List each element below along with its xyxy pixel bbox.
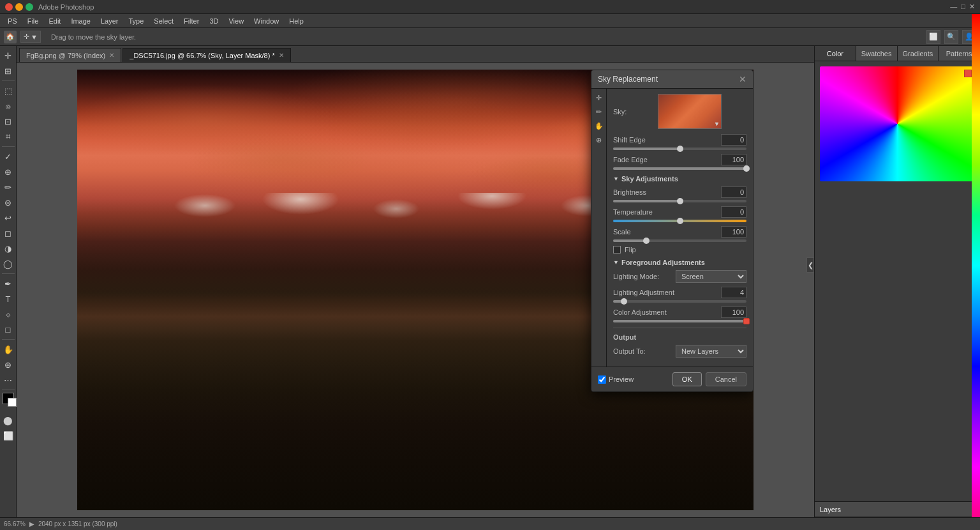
- eyedropper-tool[interactable]: ✓: [1, 149, 15, 163]
- fade-edge-value[interactable]: 100: [721, 154, 746, 165]
- panel-tab-gradients[interactable]: Gradients: [898, 46, 939, 61]
- screen-mode-btn[interactable]: ⬜: [1, 428, 15, 443]
- menu-image[interactable]: Image: [66, 14, 96, 28]
- shift-edge-track[interactable]: [613, 148, 746, 150]
- temperature-thumb[interactable]: [677, 218, 683, 224]
- status-arrow[interactable]: ▶: [29, 520, 34, 527]
- pen-tool[interactable]: ✒: [1, 276, 15, 291]
- shift-edge-thumb[interactable]: [677, 146, 683, 152]
- menu-type[interactable]: Type: [124, 14, 149, 28]
- menu-help[interactable]: Help: [284, 14, 309, 28]
- quick-mask-btn[interactable]: ⬤: [1, 413, 15, 427]
- win-minimize[interactable]: —: [950, 3, 957, 11]
- shift-edge-value[interactable]: 0: [721, 134, 746, 146]
- history-brush-tool[interactable]: ↩: [1, 211, 15, 225]
- dialog-hand-tool[interactable]: ✋: [593, 119, 605, 132]
- close-btn[interactable]: [5, 3, 13, 11]
- menu-3d[interactable]: 3D: [204, 14, 223, 28]
- color-adjustment-track[interactable]: [613, 320, 746, 322]
- extras-tool[interactable]: ⋯: [1, 373, 15, 387]
- panel-tab-color[interactable]: Color: [815, 46, 856, 61]
- brightness-track[interactable]: [613, 200, 746, 202]
- gradient-tool[interactable]: ◑: [1, 241, 15, 255]
- dialog-move-tool[interactable]: ✛: [593, 91, 605, 104]
- color-adjustment-thumb[interactable]: [743, 318, 750, 324]
- dialog-close-btn[interactable]: ✕: [739, 74, 746, 84]
- path-selection-tool[interactable]: ⟐: [1, 307, 15, 321]
- crop-tool[interactable]: ⌗: [1, 130, 15, 144]
- zoom-tool[interactable]: ⊕: [1, 358, 15, 372]
- tab-dsc5716-close[interactable]: ✕: [279, 52, 284, 59]
- tab-dsc5716[interactable]: _DSC5716.jpg @ 66.7% (Sky, Layer Mask/8)…: [122, 48, 290, 62]
- spot-heal-tool[interactable]: ⊕: [1, 165, 15, 179]
- lasso-tool[interactable]: ⌾: [1, 99, 15, 113]
- dialog-zoom-tool[interactable]: ⊕: [593, 133, 605, 146]
- lighting-adjustment-value[interactable]: [721, 287, 746, 298]
- dodge-tool[interactable]: ◯: [1, 257, 15, 271]
- brightness-thumb[interactable]: [677, 198, 683, 204]
- shape-tool[interactable]: □: [1, 322, 15, 337]
- layers-tab-label[interactable]: Layers: [820, 506, 841, 513]
- color-adjustment-label: Color Adjustment: [613, 308, 667, 316]
- object-selection-tool[interactable]: ⊡: [1, 114, 15, 128]
- color-wheel[interactable]: [820, 66, 975, 181]
- menu-window[interactable]: Window: [249, 14, 284, 28]
- scale-thumb[interactable]: [643, 238, 650, 244]
- fade-edge-track[interactable]: [613, 167, 746, 170]
- temperature-track[interactable]: [613, 220, 746, 222]
- maximize-btn[interactable]: [26, 3, 33, 11]
- scale-track[interactable]: [613, 239, 746, 242]
- foreground-color[interactable]: [3, 393, 14, 404]
- search-btn[interactable]: 🔍: [944, 30, 958, 44]
- home-btn[interactable]: 🏠: [4, 31, 17, 43]
- color-adjustment-value[interactable]: [721, 307, 746, 318]
- tab-fgbg[interactable]: FgBg.png @ 79% (Index) ✕: [19, 48, 121, 62]
- menu-file[interactable]: File: [22, 14, 44, 28]
- lighting-mode-select[interactable]: Screen Multiply Luminosity: [676, 270, 746, 283]
- panel-tab-swatches[interactable]: Swatches: [856, 46, 898, 61]
- output-to-select[interactable]: New Layers Duplicate Layer Current Layer: [676, 345, 746, 358]
- preview-checkbox[interactable]: [598, 375, 606, 384]
- minimize-btn[interactable]: [15, 3, 23, 11]
- fade-edge-label: Fade Edge: [613, 156, 648, 163]
- menu-filter[interactable]: Filter: [179, 14, 204, 28]
- sky-adjustments-header[interactable]: ▼ Sky Adjustments: [613, 175, 746, 183]
- marquee-tool[interactable]: ⬚: [1, 84, 15, 98]
- artboard-tool[interactable]: ⊞: [1, 64, 15, 78]
- sky-thumbnail[interactable]: ▼: [658, 94, 722, 129]
- foreground-adjustments-header[interactable]: ▼ Foreground Adjustments: [613, 259, 746, 266]
- options-bar: 🏠 ✛ ▼ Drag to move the sky layer. ⬜ 🔍 👤: [0, 28, 980, 46]
- move-tool[interactable]: ✛: [1, 49, 15, 63]
- ok-button[interactable]: OK: [672, 372, 702, 386]
- tab-fgbg-close[interactable]: ✕: [109, 52, 114, 59]
- flip-checkbox[interactable]: [613, 246, 621, 254]
- type-tool[interactable]: T: [1, 292, 15, 306]
- image-canvas[interactable]: Sky Replacement ✕ ✛ ✏ ✋ ⊕: [17, 63, 814, 517]
- scale-row: Scale: [613, 226, 746, 242]
- panel-toggle-btn[interactable]: ⬜: [926, 30, 940, 44]
- background-color[interactable]: [8, 398, 17, 407]
- panel-tabs: Color Swatches Gradients Patterns: [815, 46, 980, 61]
- brightness-fill: [613, 200, 680, 202]
- lighting-adjustment-track[interactable]: [613, 300, 746, 303]
- panel-collapse-btn[interactable]: ❮: [806, 257, 814, 273]
- fade-edge-thumb[interactable]: [743, 165, 750, 172]
- hand-tool[interactable]: ✋: [1, 342, 15, 356]
- menu-view[interactable]: View: [223, 14, 249, 28]
- menu-edit[interactable]: Edit: [43, 14, 66, 28]
- temperature-value[interactable]: [721, 206, 746, 218]
- menu-layer[interactable]: Layer: [96, 14, 124, 28]
- brightness-value[interactable]: [721, 186, 746, 198]
- move-options[interactable]: ✛ ▼: [20, 31, 41, 43]
- cancel-button[interactable]: Cancel: [706, 372, 746, 386]
- scale-value[interactable]: [721, 226, 746, 238]
- win-close[interactable]: ✕: [969, 3, 975, 11]
- clone-tool[interactable]: ⊜: [1, 195, 15, 209]
- dialog-paint-tool[interactable]: ✏: [593, 105, 605, 118]
- menu-select[interactable]: Select: [149, 14, 179, 28]
- eraser-tool[interactable]: ◻: [1, 226, 15, 240]
- menu-ps[interactable]: PS: [3, 14, 22, 28]
- lighting-adjustment-thumb[interactable]: [621, 298, 627, 305]
- brush-tool[interactable]: ✏: [1, 180, 15, 194]
- win-maximize[interactable]: □: [961, 3, 965, 11]
